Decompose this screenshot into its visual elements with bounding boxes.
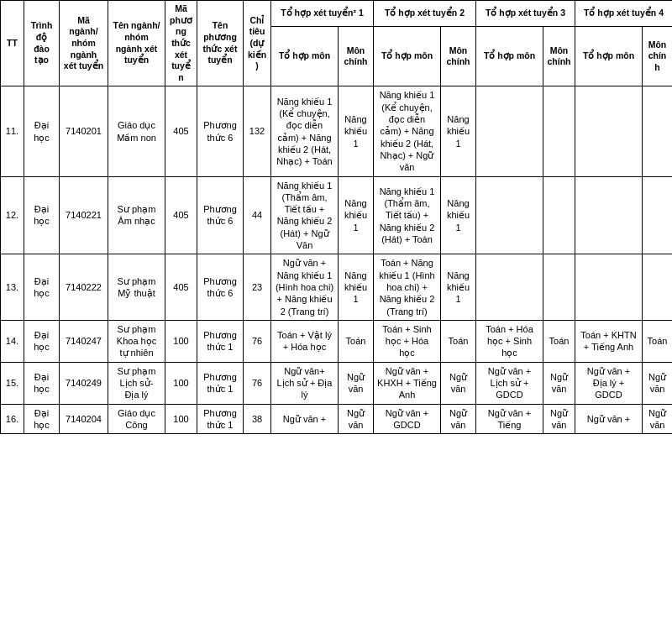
cell-to-hop-2: Toán + Sinh học + Hóa học <box>374 320 441 362</box>
col-to-hop-4-chinh: Môn chính <box>643 26 673 86</box>
table-row: 15.Đại học7140249Sư phạm Lịch sử- Địa lý… <box>1 362 673 404</box>
cell-ma-pt: 405 <box>165 86 197 176</box>
cell-ma-nganh: 7140249 <box>60 362 108 404</box>
cell-to-hop-2: Năng khiếu 1 (Thẩm âm, Tiết tấu) + Năng … <box>374 176 441 254</box>
cell-ten-pt: Phương thức 1 <box>197 362 244 404</box>
table-body: 11.Đại học7140201Giáo dục Mầm non405Phươ… <box>1 86 673 434</box>
cell-ma-pt: 100 <box>165 320 197 362</box>
cell-mon-3: Toán <box>543 320 575 362</box>
cell-ten-pt: Phương thức 1 <box>197 320 244 362</box>
cell-mon-1: Năng khiếu 1 <box>339 86 374 176</box>
cell-mon-1: Năng khiếu 1 <box>339 254 374 320</box>
cell-tt: 13. <box>1 254 24 320</box>
cell-chi-tieu: 38 <box>244 404 271 434</box>
cell-mon-3 <box>543 254 575 320</box>
cell-mon-1: Ngữ văn <box>339 362 374 404</box>
table-row: 16.Đại học7140204Giáo dục Công100Phương … <box>1 404 673 434</box>
cell-mon-1: Ngữ văn <box>339 404 374 434</box>
cell-to-hop-1: Ngữ văn + <box>271 404 339 434</box>
cell-trinh: Đại học <box>24 86 60 176</box>
table-row: 12.Đại học7140221Sư phạm Âm nhạc405Phươn… <box>1 176 673 254</box>
cell-mon-4: Toán <box>643 320 673 362</box>
col-to-hop-3-chinh: Môn chính <box>543 26 575 86</box>
col-to-hop-1-header: Tổ hợp xét tuyển² 1 <box>271 1 374 27</box>
cell-mon-2: Năng khiếu 1 <box>441 176 476 254</box>
cell-to-hop-3 <box>476 86 543 176</box>
cell-to-hop-2: Năng khiếu 1 (Kể chuyện, đọc diễn cảm) +… <box>374 86 441 176</box>
cell-to-hop-1: Ngữ văn + Năng khiếu 1 (Hình hoa chi) + … <box>271 254 339 320</box>
cell-to-hop-3: Toán + Hóa học + Sinh học <box>476 320 543 362</box>
cell-chi-tieu: 23 <box>244 254 271 320</box>
cell-ten-nganh: Sư phạm Lịch sử- Địa lý <box>108 362 165 404</box>
cell-ma-nganh: 7140201 <box>60 86 108 176</box>
table-row: 14.Đại học7140247Sư phạm Khoa học tự nhi… <box>1 320 673 362</box>
col-ten-nganh: Tên ngành/ nhóm ngành xét tuyển <box>108 1 165 86</box>
cell-ma-nganh: 7140222 <box>60 254 108 320</box>
cell-ma-pt: 405 <box>165 254 197 320</box>
cell-to-hop-1: Ngữ văn+ Lịch sử + Địa lý <box>271 362 339 404</box>
cell-chi-tieu: 132 <box>244 86 271 176</box>
cell-ten-nganh: Giáo dục Mầm non <box>108 86 165 176</box>
cell-to-hop-4 <box>575 86 643 176</box>
cell-to-hop-4 <box>575 176 643 254</box>
cell-ten-nganh: Giáo dục Công <box>108 404 165 434</box>
main-table: TT Trình độ đào tạo Mã ngành/ nhóm ngành… <box>0 0 672 434</box>
cell-ten-nganh: Sư phạm Mỹ thuật <box>108 254 165 320</box>
cell-tt: 16. <box>1 404 24 434</box>
cell-tt: 14. <box>1 320 24 362</box>
col-to-hop-4-header: Tổ hợp xét tuyển 4 <box>575 1 673 27</box>
cell-to-hop-3: Ngữ văn + Tiếng <box>476 404 543 434</box>
header-row-1: TT Trình độ đào tạo Mã ngành/ nhóm ngành… <box>1 1 673 27</box>
cell-ten-pt: Phương thức 6 <box>197 176 244 254</box>
col-to-hop-3-mon: Tổ hợp môn <box>476 26 543 86</box>
cell-to-hop-1: Năng khiếu 1 (Thẩm âm, Tiết tấu + Năng k… <box>271 176 339 254</box>
cell-mon-3: Ngữ văn <box>543 362 575 404</box>
cell-to-hop-2: Ngữ văn + GDCD <box>374 404 441 434</box>
cell-mon-2: Ngữ văn <box>441 362 476 404</box>
col-to-hop-4-mon: Tổ hợp môn <box>575 26 643 86</box>
cell-to-hop-4: Ngữ văn + Địa lý + GDCD <box>575 362 643 404</box>
col-chi-tieu: Chỉ tiêu (dự kiến) <box>244 1 271 86</box>
cell-ten-nganh: Sư phạm Âm nhạc <box>108 176 165 254</box>
cell-to-hop-1: Năng khiếu 1 (Kể chuyện, đọc diễn cảm) +… <box>271 86 339 176</box>
cell-to-hop-3: Ngữ văn + Lịch sử + GDCD <box>476 362 543 404</box>
cell-chi-tieu: 76 <box>244 362 271 404</box>
cell-trinh: Đại học <box>24 176 60 254</box>
cell-mon-4 <box>643 86 673 176</box>
cell-trinh: Đại học <box>24 362 60 404</box>
cell-ma-nganh: 7140247 <box>60 320 108 362</box>
cell-ma-nganh: 7140204 <box>60 404 108 434</box>
cell-mon-4 <box>643 176 673 254</box>
cell-mon-2: Toán <box>441 320 476 362</box>
cell-mon-4: Ngữ văn <box>643 362 673 404</box>
table-row: 11.Đại học7140201Giáo dục Mầm non405Phươ… <box>1 86 673 176</box>
cell-mon-3 <box>543 86 575 176</box>
cell-ma-pt: 405 <box>165 176 197 254</box>
table-row: 13.Đại học7140222Sư phạm Mỹ thuật405Phươ… <box>1 254 673 320</box>
cell-tt: 15. <box>1 362 24 404</box>
cell-to-hop-2: Ngữ văn + KHXH + Tiếng Anh <box>374 362 441 404</box>
cell-tt: 11. <box>1 86 24 176</box>
cell-mon-3: Ngữ văn <box>543 404 575 434</box>
cell-mon-2: Năng khiếu 1 <box>441 86 476 176</box>
cell-to-hop-1: Toán + Vật lý + Hóa học <box>271 320 339 362</box>
col-ma-nganh: Mã ngành/ nhóm ngành xét tuyển <box>60 1 108 86</box>
cell-ma-pt: 100 <box>165 404 197 434</box>
cell-to-hop-4: Toán + KHTN + Tiếng Anh <box>575 320 643 362</box>
cell-to-hop-2: Toán + Năng khiếu 1 (Hình hoa chi) + Năn… <box>374 254 441 320</box>
col-to-hop-2-header: Tổ hợp xét tuyển 2 <box>374 1 476 27</box>
cell-ten-pt: Phương thức 1 <box>197 404 244 434</box>
cell-ten-pt: Phương thức 6 <box>197 254 244 320</box>
cell-chi-tieu: 44 <box>244 176 271 254</box>
cell-mon-4 <box>643 254 673 320</box>
cell-ten-nganh: Sư phạm Khoa học tự nhiên <box>108 320 165 362</box>
cell-mon-3 <box>543 176 575 254</box>
cell-to-hop-4: Ngữ văn + <box>575 404 643 434</box>
cell-tt: 12. <box>1 176 24 254</box>
col-tt: TT <box>1 1 24 86</box>
cell-to-hop-3 <box>476 254 543 320</box>
col-to-hop-2-chinh: Môn chính <box>441 26 476 86</box>
cell-to-hop-3 <box>476 176 543 254</box>
col-ten-pt: Tên phương thức xét tuyển <box>197 1 244 86</box>
cell-trinh: Đại học <box>24 254 60 320</box>
